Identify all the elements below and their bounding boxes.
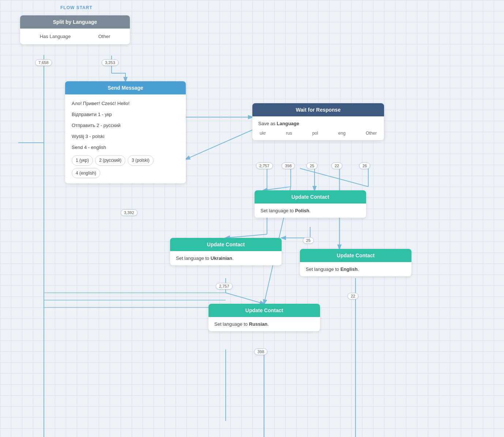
tag-russian: 2 (русский) <box>95 155 125 165</box>
connector-lines <box>0 0 504 437</box>
badge-2757-top: 2,757 <box>256 163 273 169</box>
russian-keyword: Russian <box>249 321 268 327</box>
english-keyword: English <box>341 266 358 272</box>
tag-english: 4 (english) <box>72 168 100 178</box>
badge-26-top: 26 <box>359 163 370 169</box>
flow-canvas: FLOW START Split by Language Has Languag… <box>0 0 504 437</box>
col-ukr: ukr <box>260 131 266 136</box>
tag-polski: 3 (polski) <box>128 155 154 165</box>
update-polish-body: Set language to Polish. <box>255 203 366 218</box>
update-ukrainian-body: Set language to Ukrainian. <box>170 251 282 265</box>
update-russian-body: Set language to Russian. <box>208 317 320 331</box>
col-pol: pol <box>312 131 318 136</box>
send-message-line5: Send 4 - english <box>72 143 179 152</box>
badge-398-top: 398 <box>282 163 295 169</box>
col-eng: eng <box>338 131 346 136</box>
update-russian-node[interactable]: Update Contact Set language to Russian. <box>208 304 320 331</box>
flow-start-label: FLOW START <box>60 5 93 10</box>
update-polish-header: Update Contact <box>255 190 366 203</box>
badge-22-bot: 22 <box>347 293 358 299</box>
tag-ukr: 1 (укр) <box>72 155 93 165</box>
update-polish-node[interactable]: Update Contact Set language to Polish. <box>255 190 366 218</box>
save-as-keyword: Language <box>277 121 299 126</box>
send-message-node[interactable]: Send Message Ало! Привет! Cześć! Hello! … <box>65 81 186 183</box>
send-message-line1: Ало! Привет! Cześć! Hello! <box>72 100 179 108</box>
send-message-header: Send Message <box>65 81 186 94</box>
svg-line-6 <box>226 234 267 238</box>
badge-25-mid: 25 <box>303 237 314 244</box>
badge-22-top: 22 <box>331 163 342 169</box>
update-ukrainian-header: Update Contact <box>170 238 282 251</box>
save-as-label: Save as Language <box>258 121 378 126</box>
badge-398-bot: 398 <box>254 348 267 355</box>
update-english-body: Set language to English. <box>300 262 411 276</box>
send-message-tags: 1 (укр) 2 (русский) 3 (polski) 4 (englis… <box>72 155 179 178</box>
send-message-line3: Отправить 2 - русский <box>72 122 179 130</box>
col-other: Other <box>366 131 377 136</box>
send-message-line2: Відправити 1 - укр <box>72 111 179 119</box>
wait-response-header: Wait for Response <box>252 103 384 116</box>
wait-for-response-node[interactable]: Wait for Response Save as Language ukr r… <box>252 103 384 140</box>
update-english-node[interactable]: Update Contact Set language to English. <box>300 249 411 276</box>
badge-25-top: 25 <box>306 163 317 169</box>
svg-line-18 <box>226 293 264 304</box>
badge-7658: 7,658 <box>35 59 52 66</box>
split-node-header: Split by Language <box>20 15 130 29</box>
response-columns: ukr rus pol eng Other <box>258 131 378 136</box>
svg-line-4 <box>186 130 252 159</box>
ukrainian-keyword: Ukrainian <box>211 255 232 261</box>
col-rus: rus <box>286 131 292 136</box>
svg-line-12 <box>300 168 368 187</box>
split-other-label: Other <box>98 34 110 39</box>
split-by-language-node[interactable]: Split by Language Has Language Other <box>20 15 130 44</box>
update-russian-header: Update Contact <box>208 304 320 317</box>
send-message-line4: Wyślij 3 - polski <box>72 132 179 141</box>
badge-2757-bot: 2,757 <box>216 283 233 290</box>
update-english-header: Update Contact <box>300 249 411 262</box>
badge-3253: 3,253 <box>102 59 119 66</box>
svg-line-8 <box>263 187 291 190</box>
badge-3392: 3,392 <box>121 209 138 216</box>
polish-keyword: Polish <box>295 208 309 213</box>
split-has-language-label: Has Language <box>40 34 71 39</box>
update-ukrainian-node[interactable]: Update Contact Set language to Ukrainian… <box>170 238 282 265</box>
